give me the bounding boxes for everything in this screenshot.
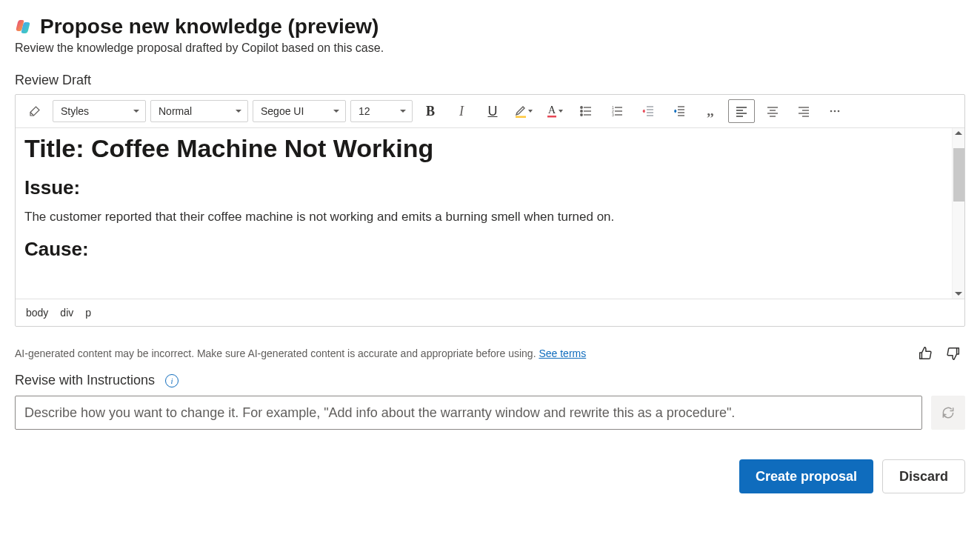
discard-button[interactable]: Discard — [882, 459, 965, 493]
path-p[interactable]: p — [85, 307, 91, 319]
disclaimer-row: AI-generated content may be incorrect. M… — [15, 342, 965, 365]
revise-instructions-input[interactable] — [15, 396, 922, 430]
highlight-color-button[interactable] — [510, 99, 537, 123]
svg-point-7 — [581, 114, 582, 116]
svg-point-5 — [581, 110, 582, 112]
document-title: Title: Coffee Machine Not Working — [24, 134, 943, 163]
page-header: Propose new knowledge (preview) — [15, 15, 965, 39]
paragraph-format-select[interactable]: Normal — [150, 100, 248, 122]
editor-toolbar: Styles Normal Segoe UI 12 B I U — [16, 95, 964, 128]
revise-input-row — [15, 396, 965, 430]
copilot-icon — [15, 18, 33, 36]
editor-content-area[interactable]: Title: Coffee Machine Not Working Issue:… — [16, 128, 952, 299]
path-body[interactable]: body — [26, 307, 48, 319]
italic-button[interactable]: I — [448, 99, 475, 123]
cause-heading: Cause: — [24, 238, 943, 261]
thumbs-up-button[interactable] — [913, 342, 937, 365]
review-draft-label: Review Draft — [15, 73, 965, 88]
rich-text-editor: Styles Normal Segoe UI 12 B I U — [15, 94, 965, 327]
editor-scrollbar[interactable] — [952, 128, 964, 299]
align-right-button[interactable] — [790, 99, 817, 123]
create-proposal-button[interactable]: Create proposal — [739, 459, 873, 493]
align-left-button[interactable] — [728, 99, 755, 123]
styles-select-value: Styles — [61, 105, 89, 117]
svg-rect-0 — [516, 116, 526, 119]
svg-point-3 — [581, 107, 582, 108]
footer-buttons: Create proposal Discard — [15, 459, 965, 493]
scroll-down-icon[interactable] — [955, 292, 962, 296]
paragraph-format-value: Normal — [159, 105, 192, 117]
bold-button[interactable]: B — [417, 99, 444, 123]
styles-select[interactable]: Styles — [53, 100, 146, 122]
page-title: Propose new knowledge (preview) — [40, 15, 379, 39]
scroll-up-icon[interactable] — [955, 131, 962, 135]
chevron-down-icon — [528, 110, 533, 113]
page-subtitle: Review the knowledge proposal drafted by… — [15, 41, 965, 55]
issue-heading: Issue: — [24, 176, 943, 199]
underline-button[interactable]: U — [479, 99, 506, 123]
align-center-button[interactable] — [759, 99, 786, 123]
element-path-bar: body div p — [16, 299, 964, 326]
format-painter-button[interactable] — [21, 99, 48, 123]
more-options-button[interactable] — [821, 99, 848, 123]
font-family-select[interactable]: Segoe UI — [253, 100, 346, 122]
path-div[interactable]: div — [60, 307, 73, 319]
refresh-button[interactable] — [931, 396, 965, 430]
scroll-thumb[interactable] — [953, 148, 964, 202]
font-size-value: 12 — [359, 105, 370, 117]
svg-point-35 — [830, 110, 833, 113]
thumbs-down-button[interactable] — [941, 342, 965, 365]
svg-point-37 — [838, 110, 840, 113]
highlight-icon — [515, 104, 527, 118]
indent-button[interactable] — [666, 99, 693, 123]
font-color-button[interactable]: A — [541, 99, 568, 123]
svg-text:3: 3 — [612, 113, 614, 117]
disclaimer-text: AI-generated content may be incorrect. M… — [15, 347, 909, 359]
svg-point-36 — [834, 110, 836, 113]
outdent-button[interactable] — [635, 99, 661, 123]
see-terms-link[interactable]: See terms — [539, 347, 586, 359]
font-size-select[interactable]: 12 — [350, 100, 413, 122]
blockquote-button[interactable]: ,, — [697, 99, 724, 123]
numbered-list-button[interactable]: 1 2 3 — [604, 99, 630, 123]
revise-header: Revise with Instructions i — [15, 373, 965, 388]
bullet-list-button[interactable] — [573, 99, 599, 123]
font-color-icon: A — [547, 104, 557, 118]
chevron-down-icon — [559, 110, 563, 113]
svg-rect-2 — [547, 116, 556, 118]
font-family-value: Segoe UI — [261, 105, 304, 117]
disclaimer-body: AI-generated content may be incorrect. M… — [15, 347, 539, 359]
revise-label: Revise with Instructions — [15, 373, 155, 388]
issue-text: The customer reported that their coffee … — [24, 210, 943, 224]
info-icon[interactable]: i — [165, 374, 179, 387]
svg-text:A: A — [548, 104, 556, 116]
